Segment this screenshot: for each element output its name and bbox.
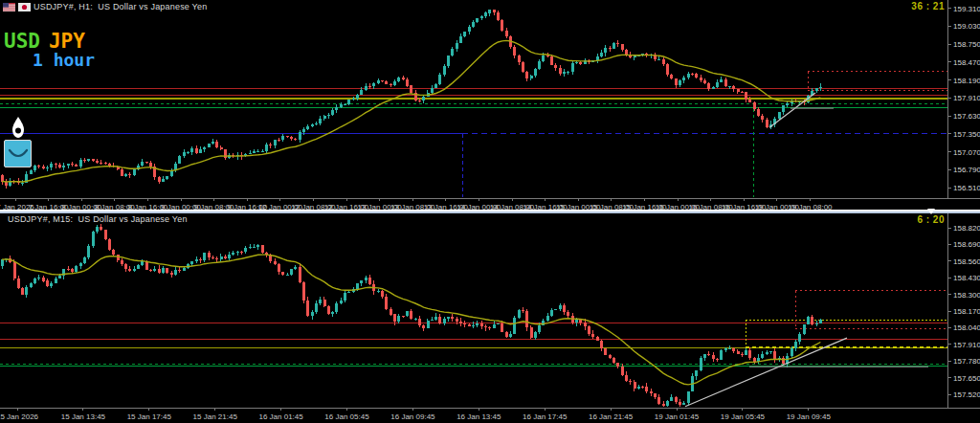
us-flag-icon (3, 3, 15, 11)
chart-header-m15: USDJPY#, M15: US Dollar vs Japanese Yen (8, 214, 188, 224)
price-tick-label: 157.910 (953, 341, 980, 349)
price-tick-label: 159.310 (953, 5, 980, 13)
countdown-timer-m15: 6 : 20 (917, 214, 945, 225)
watermark-pair: USDJPY (4, 31, 95, 52)
price-scale-h1[interactable]: 159.310159.030158.750158.470158.190157.9… (947, 5, 980, 192)
price-tick-label: 157.630 (953, 112, 980, 121)
price-tick-label: 158.170 (953, 307, 980, 316)
price-tick-label: 158.750 (953, 40, 980, 49)
price-tick-label: 157.780 (953, 357, 980, 366)
chart-title-h1: USDJPY#, H1: US Dollar vs Japanese Yen (33, 2, 207, 11)
price-tick-label: 158.470 (953, 58, 980, 67)
price-tick-label: 157.650 (953, 374, 980, 383)
time-scale-m15[interactable]: 15 Jan 202615 Jan 13:4515 Jan 17:4515 Ja… (0, 408, 831, 421)
price-tick-label: 158.820 (953, 224, 980, 233)
jp-flag-icon (18, 3, 31, 11)
chart-header-h1: USDJPY#, H1: US Dollar vs Japanese Yen (3, 2, 207, 11)
price-tick-label: 158.560 (953, 257, 980, 266)
panel-h1: 159.310159.030158.750158.470158.190157.9… (0, 0, 980, 212)
time-tick-label: 16 Jan 01:45 (258, 412, 303, 421)
time-tick-label: 15 Jan 2026 (0, 412, 39, 421)
time-tick-label: 15 Jan 13:45 (61, 412, 106, 421)
time-tick-label: 16 Jan 17:45 (523, 412, 568, 421)
time-tick-label: 19 Jan 05:45 (721, 412, 766, 421)
watermark-timeframe: 1 hour (33, 52, 95, 70)
price-scale-m15[interactable]: 158.820158.690158.560158.430158.300158.1… (947, 224, 980, 399)
price-tick-label: 156.510 (953, 184, 980, 192)
bulb-icon[interactable] (11, 116, 26, 140)
countdown-timer-h1: 36 : 21 (911, 1, 945, 11)
price-tick-label: 158.300 (953, 291, 980, 300)
panel-splitter[interactable] (0, 210, 980, 213)
panel-m15: 158.820158.690158.560158.430158.300158.1… (0, 212, 980, 421)
symbol-watermark: USDJPY 1 hour (4, 31, 95, 70)
ma-line-h1 (2, 40, 820, 182)
price-tick-label: 156.790 (953, 166, 980, 174)
time-tick-label: 16 Jan 09:45 (390, 412, 435, 421)
price-tick-label: 157.520 (953, 390, 980, 399)
time-tick-label: 16 Jan 05:45 (324, 412, 369, 421)
mt5-chart-workspace: 159.310159.030158.750158.470158.190157.9… (0, 0, 980, 423)
time-tick-label: 16 Jan 13:45 (457, 412, 501, 421)
price-tick-label: 157.350 (953, 130, 980, 139)
smile-button[interactable] (4, 140, 32, 167)
price-tick-label: 157.910 (953, 94, 980, 102)
smile-icon (7, 147, 30, 161)
price-tick-label: 158.430 (953, 274, 980, 282)
chart-title-m15: USDJPY#, M15: US Dollar vs Japanese Yen (8, 214, 188, 224)
time-tick-label: 16 Jan 21:45 (589, 412, 634, 421)
candles-m15 (1, 224, 822, 407)
price-tick-label: 157.070 (953, 148, 980, 157)
time-tick-label: 15 Jan 17:45 (127, 412, 172, 421)
price-tick-label: 158.040 (953, 323, 980, 332)
time-tick-label: 19 Jan 09:45 (787, 412, 832, 421)
price-tick-label: 159.030 (953, 22, 980, 31)
time-tick-label: 19 Jan 01:45 (655, 412, 700, 421)
time-tick-label: 15 Jan 21:45 (193, 412, 238, 421)
price-tick-label: 158.690 (953, 240, 980, 249)
price-tick-label: 158.190 (953, 77, 980, 85)
